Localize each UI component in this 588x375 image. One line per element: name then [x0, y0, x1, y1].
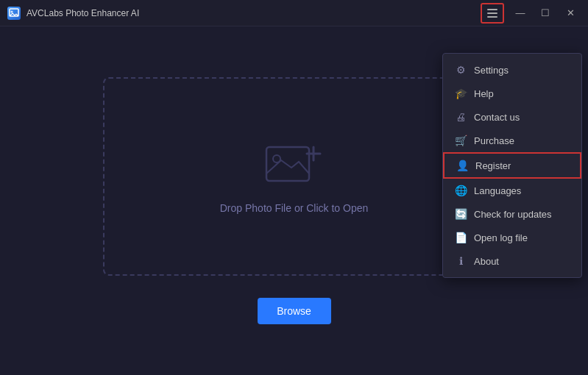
drop-zone[interactable]: Drop Photo File or Click to Open: [103, 77, 486, 276]
logfile-icon: 📄: [455, 232, 467, 243]
hamburger-menu-button[interactable]: [481, 3, 504, 24]
svg-rect-5: [266, 147, 309, 181]
menu-item-purchase[interactable]: 🛒Purchase: [443, 129, 581, 152]
dropdown-menu: ⚙Settings🎓Help🖨Contact us🛒Purchase👤Regis…: [442, 53, 582, 278]
about-label: About: [474, 256, 499, 267]
titlebar: AVCLabs Photo Enhancer AI — ☐ ✕: [0, 0, 588, 26]
maximize-button[interactable]: ☐: [534, 3, 557, 24]
menu-item-register[interactable]: 👤Register: [443, 152, 581, 179]
drop-text: Drop Photo File or Click to Open: [220, 202, 369, 214]
register-icon: 👤: [456, 160, 468, 171]
menu-item-updates[interactable]: 🔄Check for updates: [443, 202, 581, 226]
contact-icon: 🖨: [455, 111, 467, 123]
svg-rect-3: [487, 12, 497, 14]
register-label: Register: [475, 160, 511, 171]
contact-label: Contact us: [474, 112, 520, 123]
svg-rect-2: [487, 9, 497, 10]
help-icon: 🎓: [455, 88, 467, 99]
languages-label: Languages: [474, 185, 521, 196]
languages-icon: 🌐: [455, 185, 467, 196]
menu-item-about[interactable]: ℹAbout: [443, 249, 581, 273]
menu-item-contact[interactable]: 🖨Contact us: [443, 105, 581, 129]
updates-label: Check for updates: [474, 209, 552, 220]
updates-icon: 🔄: [455, 208, 467, 220]
svg-rect-4: [487, 16, 497, 18]
menu-item-logfile[interactable]: 📄Open log file: [443, 226, 581, 249]
titlebar-left: AVCLabs Photo Enhancer AI: [7, 7, 139, 20]
purchase-label: Purchase: [474, 135, 514, 146]
svg-point-1: [11, 10, 13, 12]
menu-item-languages[interactable]: 🌐Languages: [443, 179, 581, 202]
close-button[interactable]: ✕: [559, 3, 582, 24]
menu-item-settings[interactable]: ⚙Settings: [443, 58, 581, 82]
settings-label: Settings: [474, 65, 509, 76]
settings-icon: ⚙: [455, 64, 467, 76]
help-label: Help: [474, 88, 494, 99]
drop-icon: [265, 139, 324, 190]
about-icon: ℹ: [455, 255, 467, 267]
main-content: Drop Photo File or Click to Open Browse …: [0, 26, 588, 375]
minimize-button[interactable]: —: [509, 3, 532, 24]
menu-item-help[interactable]: 🎓Help: [443, 82, 581, 105]
app-icon: [7, 7, 21, 20]
purchase-icon: 🛒: [455, 135, 467, 146]
logfile-label: Open log file: [474, 232, 528, 243]
titlebar-controls: — ☐ ✕: [481, 3, 582, 24]
browse-button[interactable]: Browse: [258, 298, 331, 324]
app-title: AVCLabs Photo Enhancer AI: [26, 8, 139, 18]
